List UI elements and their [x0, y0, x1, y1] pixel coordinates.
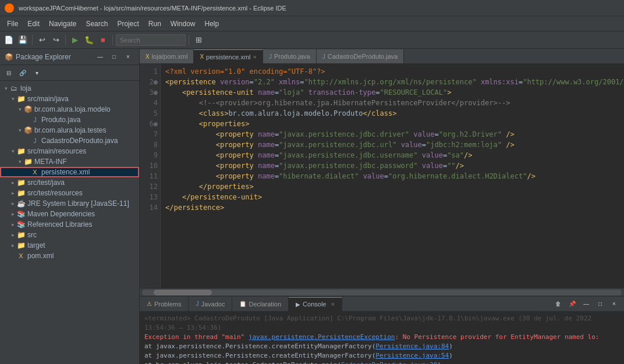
- save-button[interactable]: 💾: [16, 34, 29, 47]
- tree-arrow-src[interactable]: [9, 232, 16, 238]
- tab-declaration[interactable]: 📋 Declaration: [232, 297, 289, 311]
- tree-arrow-src-test-java[interactable]: [9, 180, 16, 185]
- stop-button[interactable]: ■: [97, 34, 109, 47]
- tree-item-target[interactable]: 📁 target: [0, 240, 139, 251]
- tree-arrow-br-modelo[interactable]: [16, 106, 23, 112]
- bottom-close-button[interactable]: ×: [608, 298, 621, 311]
- persistence-84-link[interactable]: Persistence.java:84: [375, 342, 449, 350]
- tree-arrow-meta-inf[interactable]: [16, 159, 23, 165]
- tree-arrow-target[interactable]: [9, 242, 16, 248]
- bottom-maximize-button[interactable]: □: [594, 298, 607, 311]
- perspective-button[interactable]: ⊞: [192, 34, 205, 47]
- tree-item-meta-inf[interactable]: 📁 META-INF: [0, 156, 139, 167]
- declaration-tab-icon: 📋: [239, 301, 246, 307]
- tab-problems[interactable]: ⚠ Problems: [140, 297, 189, 311]
- console-output: <terminated> CadastroDeProduto [Java App…: [140, 312, 624, 364]
- pe-close-button[interactable]: ×: [122, 51, 134, 63]
- tree-arrow-referenced-libs[interactable]: [9, 222, 16, 227]
- line-num-8: 8: [144, 140, 158, 150]
- editor-area: X loja/pom.xml X persistence.xml × J Pro…: [140, 49, 624, 364]
- cadastro-20-link[interactable]: CadastroDeProduto.java:20: [341, 361, 438, 364]
- undo-button[interactable]: ↩: [36, 34, 48, 47]
- pe-link-editor[interactable]: 🔗: [16, 66, 29, 79]
- menu-help[interactable]: Help: [200, 19, 224, 29]
- tree-item-persistence-xml[interactable]: X persistence.xml: [0, 167, 139, 177]
- tab-persistence-xml[interactable]: X persistence.xml ×: [194, 49, 263, 63]
- tree-item-br-modelo[interactable]: 📦 br.com.alura.loja.modelo: [0, 104, 139, 115]
- menu-search[interactable]: Search: [81, 19, 112, 29]
- tree-arrow-src-test-resources[interactable]: [9, 190, 16, 196]
- scroll-area[interactable]: [140, 288, 624, 296]
- tree-label-pom-xml: pom.xml: [27, 252, 54, 260]
- debug-button[interactable]: 🐛: [83, 34, 95, 47]
- xml-icon-persistence: X: [30, 167, 40, 177]
- code-editor[interactable]: 1 2● 3● 4 5 6● 7 8 9 10 11 12 13 14 <?xm…: [140, 64, 624, 288]
- tree-label-br-modelo: br.com.alura.loja.modelo: [34, 105, 111, 113]
- xml-icon-pom: X: [16, 251, 26, 260]
- menu-run[interactable]: Run: [144, 19, 166, 29]
- search-input[interactable]: [116, 34, 186, 46]
- line-num-5: 5: [144, 108, 158, 119]
- run-button[interactable]: ▶: [69, 34, 81, 47]
- persistence-tab-icon: X: [200, 53, 204, 60]
- tab-pom-xml[interactable]: X loja/pom.xml: [140, 49, 194, 63]
- console-stack-1: at javax.persistence.Persistence.createE…: [144, 342, 619, 351]
- menu-project[interactable]: Project: [112, 19, 143, 29]
- tab-javadoc[interactable]: J Javadoc: [189, 297, 232, 311]
- bottom-minimize-button[interactable]: —: [580, 298, 593, 311]
- tree-item-src-test-resources[interactable]: 📁 src/test/resources: [0, 188, 139, 198]
- h-scrollbar-thumb[interactable]: [154, 290, 212, 295]
- java-icon-cadastro: J: [30, 136, 40, 145]
- tree-item-cadastro-java[interactable]: J CadastroDeProduto.java: [0, 135, 139, 146]
- menu-edit[interactable]: Edit: [23, 19, 44, 29]
- pe-minimize-button[interactable]: —: [94, 51, 107, 63]
- tree-arrow-maven[interactable]: [9, 211, 16, 217]
- tree-item-jre-system-library[interactable]: ☕ JRE System Library [JavaSE-11]: [0, 198, 139, 209]
- tree-item-src[interactable]: 📁 src: [0, 230, 139, 240]
- tree-item-src-main-resources[interactable]: 📁 src/main/resources: [0, 146, 139, 156]
- tree-item-referenced-libraries[interactable]: 📚 Referenced Libraries: [0, 219, 139, 230]
- tab-console[interactable]: ▶ Console ×: [289, 297, 342, 311]
- menu-navigate[interactable]: Navigate: [44, 19, 81, 29]
- menu-window[interactable]: Window: [166, 19, 200, 29]
- console-stack-3: at br.com.alura.loja.testes.CadastroDePr…: [144, 361, 619, 364]
- bottom-toolbar: 🗑 📌 — □ ×: [552, 298, 624, 311]
- produto-tab-label: Produto.java: [274, 53, 310, 60]
- referenced-libs-icon: 📚: [16, 220, 26, 229]
- console-clear-button[interactable]: 🗑: [552, 298, 565, 311]
- line-num-9: 9: [144, 150, 158, 160]
- menu-file[interactable]: File: [2, 19, 23, 29]
- pe-maximize-button[interactable]: □: [108, 51, 120, 63]
- tree-arrow-loja[interactable]: [2, 85, 9, 91]
- redo-button[interactable]: ↪: [49, 34, 62, 47]
- new-button[interactable]: 📄: [2, 34, 15, 47]
- tab-cadastro-java[interactable]: J CadastroDeProduto.java: [317, 49, 404, 63]
- tree-item-loja[interactable]: 🗂 loja: [0, 83, 139, 94]
- tree-item-src-test-java[interactable]: 📁 src/test/java: [0, 177, 139, 188]
- tree-item-produto-java[interactable]: J Produto.java: [0, 115, 139, 125]
- tree-item-br-testes[interactable]: 📦 br.com.alura.loja.testes: [0, 125, 139, 135]
- line-num-6: 6●: [144, 119, 158, 129]
- console-pin-button[interactable]: 📌: [566, 298, 579, 311]
- code-content[interactable]: <?xml version="1.0" encoding="UTF-8"?> <…: [161, 64, 624, 288]
- tab-produto-java[interactable]: J Produto.java: [263, 49, 317, 63]
- line-num-13: 13: [144, 192, 158, 202]
- tree-arrow-br-testes[interactable]: [16, 127, 23, 133]
- persistence-54-link[interactable]: Persistence.java:54: [375, 352, 449, 359]
- console-terminated-line: <terminated> CadastroDeProduto [Java App…: [144, 314, 619, 333]
- h-scrollbar[interactable]: [142, 290, 622, 295]
- cadastro-tab-icon: J: [322, 53, 325, 60]
- console-tab-close[interactable]: ×: [331, 301, 334, 308]
- tree-item-src-main-java[interactable]: 📁 src/main/java: [0, 94, 139, 104]
- pe-collapse-all[interactable]: ⊟: [2, 66, 15, 79]
- pe-view-menu[interactable]: ▾: [30, 66, 43, 79]
- tree-item-pom-xml[interactable]: X pom.xml: [0, 251, 139, 261]
- tree-arrow-jre[interactable]: [9, 201, 16, 206]
- persistence-tab-close[interactable]: ×: [253, 53, 257, 60]
- persistence-exception-link[interactable]: javax.persistence.PersistenceException: [249, 333, 395, 341]
- tree-arrow-src-main-java[interactable]: [9, 96, 16, 102]
- tree-item-maven-dependencies[interactable]: 📚 Maven Dependencies: [0, 209, 139, 219]
- tree-arrow-src-main-resources[interactable]: [9, 148, 16, 154]
- tree-label-referenced-libraries: Referenced Libraries: [27, 220, 92, 229]
- line-num-14: 14: [144, 202, 158, 213]
